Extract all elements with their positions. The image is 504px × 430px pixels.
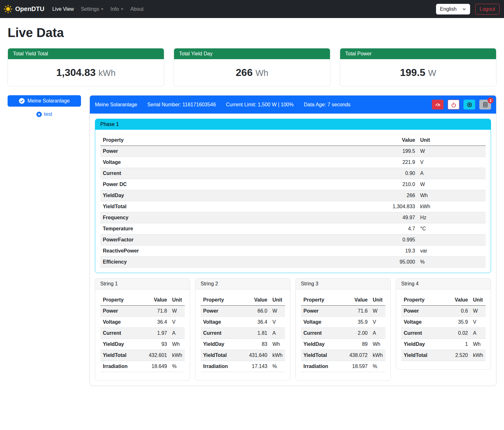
prop-cell: YieldDay [100, 339, 143, 350]
prop-cell: Efficiency [100, 257, 373, 268]
table-row: Voltage36.4V [100, 317, 185, 328]
card-unit: kWh [98, 68, 115, 78]
prop-cell: Power [100, 146, 373, 157]
prop-cell: YieldTotal [301, 350, 344, 361]
string-card-body: Property Value Unit Power71.6WVoltage35.… [296, 290, 390, 380]
inverter-sidebar: Meine Solaranlage test [8, 95, 81, 117]
table-row: YieldTotal438.072kWh [301, 350, 385, 361]
unit-cell: W [418, 146, 486, 157]
table-row: Power71.6W [301, 306, 385, 317]
value-cell: 432.601 [143, 350, 170, 361]
table-row: Current2.00A [301, 328, 385, 339]
unit-column-header: Unit [270, 295, 285, 306]
prop-cell: YieldTotal [100, 201, 373, 212]
nav-item-settings[interactable]: Settings [77, 4, 107, 15]
unit-column-header: Unit [370, 295, 385, 306]
prop-cell: YieldTotal [100, 350, 143, 361]
prop-cell: Power [100, 306, 143, 317]
event-count-badge: 2 [488, 97, 494, 103]
table-row: Power199.5W [100, 146, 486, 157]
string-1-card: String 1 Property Value Unit [95, 278, 190, 381]
table-row: Voltage221.9V [100, 157, 486, 168]
unit-cell: °C [418, 223, 486, 234]
speedometer-icon [435, 102, 441, 108]
table-header-row: Property Value Unit [100, 295, 185, 306]
inverter-panel-body: Phase 1 Property Value Unit Power199.5WV… [90, 114, 496, 386]
value-cell: 1 [444, 339, 470, 350]
value-cell: 2.520 [444, 350, 470, 361]
table-row: YieldDay83Wh [201, 339, 285, 350]
unit-cell: W [470, 306, 486, 317]
value-cell: 49.97 [373, 212, 418, 223]
value-cell: 2.00 [344, 328, 370, 339]
card-body: 199.5W [340, 59, 496, 86]
prop-cell: Voltage [401, 317, 444, 328]
test-inverter-link[interactable]: test [8, 111, 81, 117]
value-cell: 17.143 [243, 361, 270, 372]
device-info-button[interactable] [464, 100, 475, 109]
unit-cell: A [270, 328, 285, 339]
prop-cell: Voltage [301, 317, 344, 328]
unit-cell [418, 234, 486, 246]
value-cell: 35.9 [444, 317, 470, 328]
unit-cell: V [170, 317, 185, 328]
prop-cell: Voltage [201, 317, 243, 328]
unit-cell: kWh [270, 350, 285, 361]
unit-cell: W [370, 306, 385, 317]
unit-cell: A [370, 328, 385, 339]
table-row: YieldTotal1,304.833kWh [100, 201, 486, 212]
table-row: ReactivePower19.3var [100, 246, 486, 257]
table-row: Power DC210.0W [100, 179, 486, 190]
value-column-header: Value [444, 295, 470, 306]
value-column-header: Value [344, 295, 370, 306]
nav-item-info[interactable]: Info [107, 4, 127, 15]
prop-cell: Current [100, 168, 373, 179]
inverter-select-button[interactable]: Meine Solaranlage [8, 95, 81, 107]
property-column-header: Property [301, 295, 344, 306]
nav-item-label: Settings [81, 6, 99, 12]
value-cell: 1.97 [143, 328, 170, 339]
string-table: Property Value Unit Power66.0WVoltage36.… [201, 295, 285, 372]
card-value: 266 [236, 67, 252, 78]
string-table: Property Value Unit Power71.6WVoltage35.… [301, 295, 385, 372]
table-header-row: Property Value Unit [100, 135, 486, 146]
table-row: Power66.0W [201, 306, 285, 317]
table-head: Property Value Unit [401, 295, 486, 306]
page-title: Live Data [8, 26, 496, 40]
nav-item-about[interactable]: About [127, 4, 147, 15]
value-column-header: Value [143, 295, 170, 306]
table-header-row: Property Value Unit [201, 295, 285, 306]
card-value: 199.5 [400, 67, 425, 78]
brand[interactable]: OpenDTU [4, 5, 44, 13]
unit-cell: % [418, 257, 486, 268]
unit-cell: Wh [418, 190, 486, 201]
sun-icon [4, 5, 12, 13]
nav-item-label: Live View [52, 6, 74, 12]
nav-item-label: About [130, 6, 144, 12]
power-icon [451, 102, 457, 108]
card-title: Total Yield Total [8, 48, 164, 59]
limit-settings-button[interactable] [432, 100, 444, 109]
table-row: Irradiation18.649% [100, 361, 185, 372]
unit-column-header: Unit [170, 295, 185, 306]
card-value: 1,304.83 [56, 67, 96, 78]
table-head: Property Value Unit [100, 135, 486, 146]
power-button[interactable] [448, 100, 459, 109]
unit-column-header: Unit [470, 295, 486, 306]
language-select[interactable]: English [436, 4, 470, 15]
prop-cell: YieldDay [401, 339, 444, 350]
value-cell: 0.995 [373, 234, 418, 246]
page-container: Live Data Total Yield Total 1,304.83kWh … [0, 18, 504, 394]
prop-cell: YieldDay [201, 339, 243, 350]
value-cell: 35.9 [344, 317, 370, 328]
table-row: Power0.6W [401, 306, 486, 317]
logout-button[interactable]: Logout [475, 4, 500, 15]
event-log-button[interactable]: 2 [479, 100, 491, 109]
prop-cell: Current [301, 328, 344, 339]
value-cell: 18.649 [143, 361, 170, 372]
phase-1-card: Phase 1 Property Value Unit Power199.5WV… [95, 119, 491, 273]
cpu-icon [467, 102, 472, 108]
nav-item-live-view[interactable]: Live View [49, 4, 77, 15]
prop-cell: ReactivePower [100, 246, 373, 257]
table-head: Property Value Unit [100, 295, 185, 306]
